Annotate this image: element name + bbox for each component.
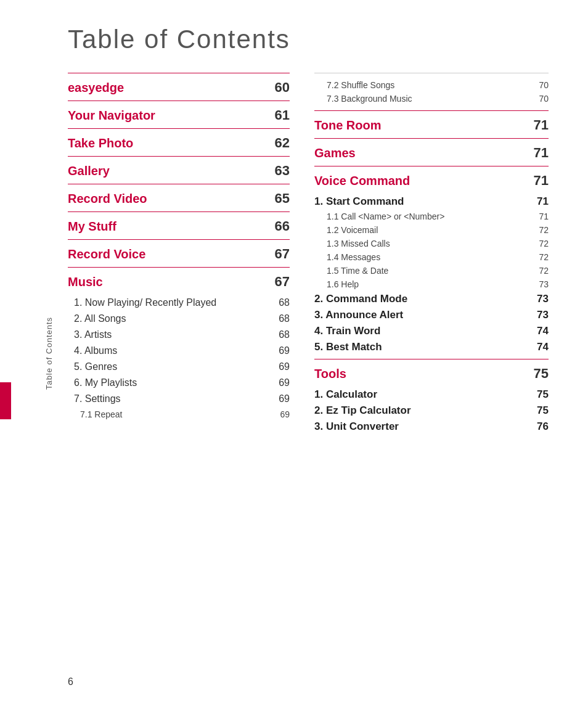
toc-label-easyedge: easyedge [68,81,124,95]
toc-sub-label-announce-alert: 3. Announce Alert [314,309,403,321]
toc-number-my-stuff: 66 [275,218,290,234]
toc-number-easyedge: 60 [275,80,290,96]
toc-sub-number-genres: 69 [279,361,290,372]
toc-sub-label-unit-converter: 3. Unit Converter [314,421,399,433]
toc-sub-number-settings: 69 [279,393,290,404]
toc-sub-genres: 5. Genres 69 [68,359,290,375]
toc-sub-label-now-playing: 1. Now Playing/ Recently Played [74,297,216,308]
toc-entry-tone-room: Tone Room 71 [314,110,549,138]
toc-sub-label-ez-tip: 2. Ez Tip Calculator [314,404,411,417]
toc-label-games: Games [314,146,356,160]
toc-entry-record-voice: Record Voice 67 [68,239,290,267]
toc-number-gallery: 63 [275,163,290,179]
toc-sub-number-missed-calls: 72 [539,239,549,248]
toc-sub-number-unit-converter: 76 [537,421,549,433]
toc-sub-label-train-word: 4. Train Word [314,325,380,337]
toc-entry-music: Music 67 [68,267,290,295]
toc-sub-command-mode: 2. Command Mode 73 [314,291,549,307]
page-container: Table of Contents Table of Contents easy… [0,0,588,706]
toc-sub-label-missed-calls: 1.3 Missed Calls [327,239,390,248]
toc-sub-label-best-match: 5. Best Match [314,341,382,353]
toc-sub-number-messages: 72 [539,252,549,262]
toc-sub-background-music: 7.3 Background Music 70 [314,92,549,105]
toc-label-my-stuff: My Stuff [68,220,116,234]
toc-sub-shuffle-songs: 7.2 Shuffle Songs 70 [314,78,549,92]
toc-sub-settings: 7. Settings 69 [68,391,290,407]
right-column: 7.2 Shuffle Songs 70 7.3 Background Musi… [308,73,549,435]
page-number: 6 [68,676,73,688]
toc-sub-label-albums: 4. Albums [74,345,117,356]
toc-sub-number-artists: 68 [279,329,290,340]
toc-sub-number-albums: 69 [279,345,290,356]
toc-label-tools: Tools [314,367,346,381]
toc-sub-number-announce-alert: 73 [537,309,549,321]
toc-entry-voice-command: Voice Command 71 [314,166,549,194]
toc-sub-number-repeat: 69 [280,409,290,419]
toc-entry-record-video: Record Video 65 [68,184,290,211]
content-area: easyedge 60 Your Navigator 61 Take Photo… [0,73,588,435]
left-column: easyedge 60 Your Navigator 61 Take Photo… [68,73,308,435]
toc-sub-number-help: 73 [539,279,549,289]
toc-sub-calculator: 1. Calculator 75 [314,387,549,403]
toc-sub-label-time-date: 1.5 Time & Date [327,266,388,276]
toc-label-tone-room: Tone Room [314,118,382,133]
toc-sub-time-date: 1.5 Time & Date 72 [314,264,549,277]
toc-sub-label-calculator: 1. Calculator [314,388,377,401]
toc-number-your-navigator: 61 [275,107,290,123]
toc-sub-label-genres: 5. Genres [74,361,117,372]
toc-sub-label-help: 1.6 Help [327,279,359,289]
toc-sub-voicemail: 1.2 Voicemail 72 [314,223,549,237]
toc-label-voice-command: Voice Command [314,174,410,188]
right-col-music-continuation: 7.2 Shuffle Songs 70 7.3 Background Musi… [314,73,549,105]
toc-sub-missed-calls: 1.3 Missed Calls 72 [314,237,549,250]
toc-sub-number-shuffle-songs: 70 [539,80,549,90]
toc-entry-games: Games 71 [314,138,549,166]
toc-sub-label-shuffle-songs: 7.2 Shuffle Songs [327,80,394,90]
toc-sub-repeat: 7.1 Repeat 69 [68,407,290,422]
toc-sub-announce-alert: 3. Announce Alert 73 [314,307,549,323]
toc-sub-number-train-word: 74 [537,325,549,337]
toc-sub-messages: 1.4 Messages 72 [314,250,549,264]
toc-sub-albums: 4. Albums 69 [68,343,290,359]
toc-sub-help: 1.6 Help 73 [314,277,549,291]
toc-number-music: 67 [275,274,290,290]
toc-sub-label-voicemail: 1.2 Voicemail [327,225,378,235]
toc-label-gallery: Gallery [68,164,110,178]
toc-sub-number-best-match: 74 [537,341,549,353]
toc-label-take-photo: Take Photo [68,136,133,150]
toc-number-voice-command: 71 [534,173,549,189]
toc-label-your-navigator: Your Navigator [68,109,155,123]
toc-sub-label-start-command: 1. Start Command [314,195,404,208]
toc-sub-my-playlists: 6. My Playlists 69 [68,375,290,391]
toc-sub-label-all-songs: 2. All Songs [74,313,126,324]
toc-sub-number-now-playing: 68 [279,297,290,308]
toc-sub-number-start-command: 71 [537,195,549,208]
toc-sub-unit-converter: 3. Unit Converter 76 [314,419,549,435]
toc-sub-train-word: 4. Train Word 74 [314,323,549,339]
toc-sub-all-songs: 2. All Songs 68 [68,311,290,327]
toc-sub-ez-tip: 2. Ez Tip Calculator 75 [314,403,549,419]
toc-sub-label-call-name: 1.1 Call <Name> or <Number> [327,211,444,221]
toc-sub-start-command: 1. Start Command 71 [314,194,549,210]
toc-entry-tools: Tools 75 [314,359,549,387]
toc-sub-label-my-playlists: 6. My Playlists [74,377,137,388]
toc-label-music: Music [68,275,103,289]
sidebar-label: Table of Contents [44,316,54,389]
toc-sub-number-voicemail: 72 [539,225,549,235]
toc-sub-number-calculator: 75 [537,388,549,401]
toc-entry-take-photo: Take Photo 62 [68,128,290,156]
toc-sub-label-command-mode: 2. Command Mode [314,293,407,305]
toc-label-record-video: Record Video [68,192,147,206]
toc-label-record-voice: Record Voice [68,247,145,261]
toc-sub-now-playing: 1. Now Playing/ Recently Played 68 [68,295,290,311]
toc-number-record-video: 65 [275,191,290,207]
toc-number-take-photo: 62 [275,135,290,151]
toc-entry-your-navigator: Your Navigator 61 [68,101,290,128]
toc-sub-best-match: 5. Best Match 74 [314,339,549,355]
toc-sub-number-time-date: 72 [539,266,549,276]
toc-number-games: 71 [534,145,549,161]
toc-sub-label-artists: 3. Artists [74,329,112,340]
toc-sub-number-ez-tip: 75 [537,404,549,417]
toc-sub-label-messages: 1.4 Messages [327,252,380,262]
toc-sub-number-call-name: 71 [539,211,549,221]
